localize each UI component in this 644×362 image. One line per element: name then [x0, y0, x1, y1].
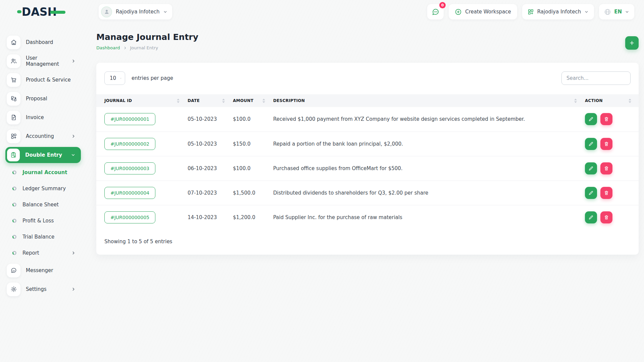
file-icon [7, 111, 20, 124]
chevron-down-icon [163, 10, 167, 14]
amount-cell: $1,500.0 [229, 180, 269, 205]
pencil-icon [588, 166, 594, 171]
chevron-right-icon [123, 46, 127, 50]
gear-icon [7, 282, 20, 296]
company-switcher[interactable]: Rajodiya Infotech [522, 4, 594, 19]
messages-button[interactable]: 0 [427, 4, 444, 19]
journal-id-badge[interactable]: #JUR000000005 [104, 211, 155, 223]
workspace-user-selector[interactable]: Rajodiya Infotech [99, 4, 172, 19]
amount-cell: $100.0 [229, 156, 269, 180]
trash-icon [604, 141, 609, 147]
journal-id-badge[interactable]: #JUR000000001 [104, 113, 155, 125]
page-header: Manage Journal Entry Dashboard Journal E… [96, 32, 639, 50]
sidebar-item-invoice[interactable]: Invoice [0, 108, 83, 127]
submenu-item-journal-account[interactable]: Journal Account [0, 164, 83, 180]
bullet-icon [12, 170, 16, 174]
delete-button[interactable] [600, 211, 612, 223]
table-header-row: JOURNAL ID DATE AMOUNT DESCRIPTION ACTIO [96, 94, 639, 107]
breadcrumb: Dashboard Journal Entry [96, 45, 198, 50]
topbar-actions: 0 Create Workspace Rajodiya Infotech [427, 4, 644, 19]
chat-icon [7, 264, 20, 277]
pencil-icon [588, 141, 594, 147]
date-cell: 05-10-2023 [184, 132, 229, 156]
trash-icon [604, 116, 609, 122]
amount-cell: $150.0 [229, 132, 269, 156]
column-header-journal-id[interactable]: JOURNAL ID [96, 94, 184, 107]
create-workspace-button[interactable]: Create Workspace [449, 4, 517, 19]
journal-id-badge[interactable]: #JUR000000003 [104, 162, 155, 174]
sidebar-item-user-management[interactable]: User Management [0, 52, 83, 70]
grid-plus-icon [7, 130, 20, 143]
table-row: #JUR000000001 05-10-2023 $100.0 Received… [96, 107, 639, 132]
sidebar-item-product-service[interactable]: Product & Service [0, 70, 83, 89]
table-row: #JUR000000003 06-10-2023 $100.0 Purchase… [96, 156, 639, 180]
column-header-action[interactable]: ACTION [581, 94, 639, 107]
date-cell: 07-10-2023 [184, 180, 229, 205]
journal-id-badge[interactable]: #JUR000000002 [104, 138, 155, 150]
delete-button[interactable] [600, 187, 612, 199]
pencil-icon [588, 215, 594, 220]
breadcrumb-current: Journal Entry [130, 45, 158, 50]
edit-button[interactable] [585, 113, 597, 125]
description-cell: Paid Supplier Inc. for the purchase of r… [269, 205, 581, 229]
search-input[interactable] [561, 71, 631, 85]
delete-button[interactable] [600, 162, 612, 174]
chevron-right-icon [71, 251, 76, 255]
sidebar-item-double-entry[interactable]: Double Entry [5, 147, 81, 163]
plus-circle-icon [455, 8, 462, 15]
bullet-icon [12, 219, 16, 223]
sidebar-item-messenger[interactable]: Messenger [0, 261, 83, 280]
table-row: #JUR000000004 07-10-2023 $1,500.0 Distri… [96, 180, 639, 205]
entries-per-page-select[interactable]: 10 [104, 71, 125, 85]
edit-button[interactable] [585, 162, 597, 174]
main-content: Manage Journal Entry Dashboard Journal E… [83, 23, 644, 362]
bullet-icon [12, 251, 16, 255]
submenu-item-ledger-summary[interactable]: Ledger Summary [0, 180, 83, 197]
amount-cell: $1,200.0 [229, 205, 269, 229]
language-selector[interactable]: EN [599, 4, 634, 19]
chevron-down-icon [584, 10, 589, 14]
chevron-right-icon [71, 287, 76, 292]
date-cell: 06-10-2023 [184, 156, 229, 180]
sidebar-item-proposal[interactable]: Proposal [0, 89, 83, 108]
avatar [101, 6, 112, 17]
sidebar-item-dashboard[interactable]: Dashboard [0, 33, 83, 52]
plus-icon [629, 40, 635, 46]
topbar: DASH Rajodiya Infotech 0 [0, 0, 644, 23]
message-circle-icon [432, 8, 439, 16]
bullet-icon [12, 187, 16, 191]
date-cell: 14-10-2023 [184, 205, 229, 229]
language-code: EN [614, 9, 622, 15]
journal-table-card: 10 entries per page JOURNAL ID D [96, 63, 639, 255]
journal-id-badge[interactable]: #JUR000000004 [104, 187, 155, 199]
sort-icon [262, 99, 265, 103]
edit-button[interactable] [585, 138, 597, 150]
create-workspace-label: Create Workspace [465, 9, 511, 15]
logo-dash-left-icon [17, 10, 21, 13]
description-cell: Purchased office supplies from OfficeMar… [269, 156, 581, 180]
company-name: Rajodiya Infotech [537, 9, 581, 15]
column-header-amount[interactable]: AMOUNT [229, 94, 269, 107]
add-journal-entry-button[interactable] [625, 36, 639, 50]
table-row: #JUR000000005 14-10-2023 $1,200.0 Paid S… [96, 205, 639, 229]
description-cell: Received $1,000 payment from XYZ Company… [269, 107, 581, 132]
column-header-date[interactable]: DATE [184, 94, 229, 107]
delete-button[interactable] [600, 138, 612, 150]
clipboard-icon [7, 149, 20, 161]
sidebar-item-settings[interactable]: Settings [0, 280, 83, 299]
submenu-item-profit-loss[interactable]: Profit & Loss [0, 213, 83, 229]
column-header-description[interactable]: DESCRIPTION [269, 94, 581, 107]
sidebar-item-accounting[interactable]: Accounting [0, 127, 83, 146]
entries-per-page-value: 10 [110, 75, 116, 81]
submenu-item-report[interactable]: Report [0, 245, 83, 261]
submenu-item-balance-sheet[interactable]: Balance Sheet [0, 197, 83, 213]
submenu-item-trial-balance[interactable]: Trial Balance [0, 229, 83, 245]
edit-button[interactable] [585, 211, 597, 223]
edit-button[interactable] [585, 187, 597, 199]
trash-icon [604, 190, 609, 196]
breadcrumb-dashboard-link[interactable]: Dashboard [96, 45, 120, 50]
logo[interactable]: DASH [0, 5, 83, 18]
description-cell: Repaid a portion of the bank loan princi… [269, 132, 581, 156]
chevron-down-icon [120, 76, 121, 81]
delete-button[interactable] [600, 113, 612, 125]
